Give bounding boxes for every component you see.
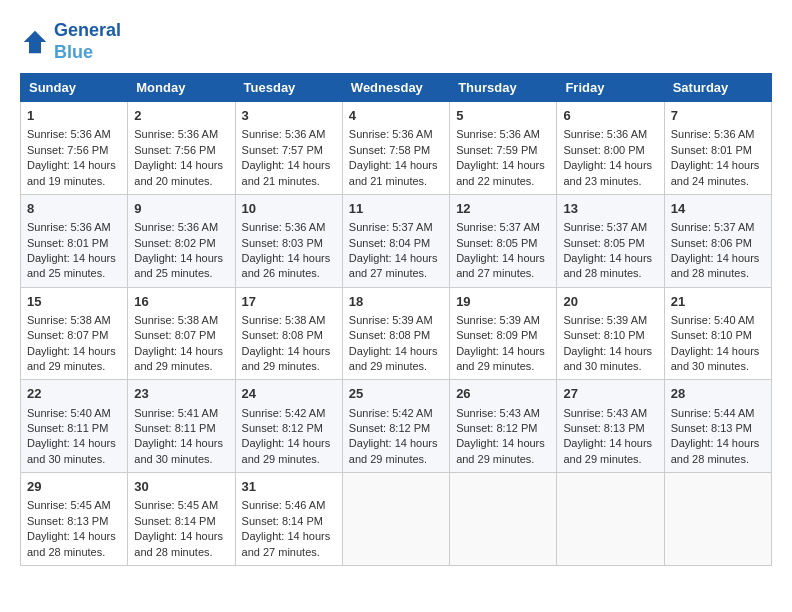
calendar-table: SundayMondayTuesdayWednesdayThursdayFrid… [20,73,772,566]
day-number: 19 [456,293,550,311]
day-number: 9 [134,200,228,218]
calendar-cell: 4Sunrise: 5:36 AMSunset: 7:58 PMDaylight… [342,102,449,195]
day-number: 6 [563,107,657,125]
day-number: 2 [134,107,228,125]
logo-icon [20,27,50,57]
day-number: 21 [671,293,765,311]
day-number: 25 [349,385,443,403]
day-number: 13 [563,200,657,218]
day-number: 31 [242,478,336,496]
calendar-row: 29Sunrise: 5:45 AMSunset: 8:13 PMDayligh… [21,473,772,566]
day-number: 24 [242,385,336,403]
logo-text: General Blue [54,20,121,63]
calendar-cell: 25Sunrise: 5:42 AMSunset: 8:12 PMDayligh… [342,380,449,473]
calendar-cell: 28Sunrise: 5:44 AMSunset: 8:13 PMDayligh… [664,380,771,473]
page-header: General Blue [20,20,772,63]
calendar-cell: 23Sunrise: 5:41 AMSunset: 8:11 PMDayligh… [128,380,235,473]
weekday-header-cell: Tuesday [235,74,342,102]
day-number: 18 [349,293,443,311]
day-number: 7 [671,107,765,125]
day-number: 11 [349,200,443,218]
calendar-cell [664,473,771,566]
calendar-cell: 12Sunrise: 5:37 AMSunset: 8:05 PMDayligh… [450,194,557,287]
day-number: 17 [242,293,336,311]
weekday-header-cell: Saturday [664,74,771,102]
weekday-header-cell: Friday [557,74,664,102]
day-number: 15 [27,293,121,311]
calendar-cell: 8Sunrise: 5:36 AMSunset: 8:01 PMDaylight… [21,194,128,287]
day-number: 1 [27,107,121,125]
day-number: 12 [456,200,550,218]
calendar-cell [342,473,449,566]
day-number: 26 [456,385,550,403]
calendar-row: 22Sunrise: 5:40 AMSunset: 8:11 PMDayligh… [21,380,772,473]
calendar-cell: 21Sunrise: 5:40 AMSunset: 8:10 PMDayligh… [664,287,771,380]
calendar-cell: 26Sunrise: 5:43 AMSunset: 8:12 PMDayligh… [450,380,557,473]
logo: General Blue [20,20,121,63]
calendar-cell: 16Sunrise: 5:38 AMSunset: 8:07 PMDayligh… [128,287,235,380]
calendar-cell: 10Sunrise: 5:36 AMSunset: 8:03 PMDayligh… [235,194,342,287]
day-number: 22 [27,385,121,403]
weekday-header-row: SundayMondayTuesdayWednesdayThursdayFrid… [21,74,772,102]
calendar-cell: 17Sunrise: 5:38 AMSunset: 8:08 PMDayligh… [235,287,342,380]
calendar-cell: 30Sunrise: 5:45 AMSunset: 8:14 PMDayligh… [128,473,235,566]
day-number: 8 [27,200,121,218]
weekday-header-cell: Monday [128,74,235,102]
calendar-cell: 3Sunrise: 5:36 AMSunset: 7:57 PMDaylight… [235,102,342,195]
calendar-cell: 2Sunrise: 5:36 AMSunset: 7:56 PMDaylight… [128,102,235,195]
calendar-row: 15Sunrise: 5:38 AMSunset: 8:07 PMDayligh… [21,287,772,380]
calendar-cell: 7Sunrise: 5:36 AMSunset: 8:01 PMDaylight… [664,102,771,195]
day-number: 10 [242,200,336,218]
calendar-cell: 18Sunrise: 5:39 AMSunset: 8:08 PMDayligh… [342,287,449,380]
calendar-cell [557,473,664,566]
calendar-cell: 24Sunrise: 5:42 AMSunset: 8:12 PMDayligh… [235,380,342,473]
calendar-cell: 11Sunrise: 5:37 AMSunset: 8:04 PMDayligh… [342,194,449,287]
day-number: 27 [563,385,657,403]
calendar-cell: 29Sunrise: 5:45 AMSunset: 8:13 PMDayligh… [21,473,128,566]
calendar-body: 1Sunrise: 5:36 AMSunset: 7:56 PMDaylight… [21,102,772,566]
day-number: 4 [349,107,443,125]
calendar-cell: 15Sunrise: 5:38 AMSunset: 8:07 PMDayligh… [21,287,128,380]
calendar-cell: 9Sunrise: 5:36 AMSunset: 8:02 PMDaylight… [128,194,235,287]
day-number: 16 [134,293,228,311]
calendar-cell: 31Sunrise: 5:46 AMSunset: 8:14 PMDayligh… [235,473,342,566]
calendar-cell: 27Sunrise: 5:43 AMSunset: 8:13 PMDayligh… [557,380,664,473]
day-number: 5 [456,107,550,125]
calendar-row: 1Sunrise: 5:36 AMSunset: 7:56 PMDaylight… [21,102,772,195]
day-number: 28 [671,385,765,403]
day-number: 14 [671,200,765,218]
calendar-cell: 20Sunrise: 5:39 AMSunset: 8:10 PMDayligh… [557,287,664,380]
calendar-cell: 1Sunrise: 5:36 AMSunset: 7:56 PMDaylight… [21,102,128,195]
day-number: 20 [563,293,657,311]
calendar-cell: 22Sunrise: 5:40 AMSunset: 8:11 PMDayligh… [21,380,128,473]
svg-marker-0 [24,30,47,53]
calendar-cell: 13Sunrise: 5:37 AMSunset: 8:05 PMDayligh… [557,194,664,287]
day-number: 3 [242,107,336,125]
weekday-header-cell: Thursday [450,74,557,102]
day-number: 30 [134,478,228,496]
calendar-cell: 6Sunrise: 5:36 AMSunset: 8:00 PMDaylight… [557,102,664,195]
calendar-cell: 14Sunrise: 5:37 AMSunset: 8:06 PMDayligh… [664,194,771,287]
day-number: 23 [134,385,228,403]
calendar-cell [450,473,557,566]
calendar-cell: 5Sunrise: 5:36 AMSunset: 7:59 PMDaylight… [450,102,557,195]
weekday-header-cell: Sunday [21,74,128,102]
calendar-cell: 19Sunrise: 5:39 AMSunset: 8:09 PMDayligh… [450,287,557,380]
calendar-row: 8Sunrise: 5:36 AMSunset: 8:01 PMDaylight… [21,194,772,287]
day-number: 29 [27,478,121,496]
weekday-header-cell: Wednesday [342,74,449,102]
